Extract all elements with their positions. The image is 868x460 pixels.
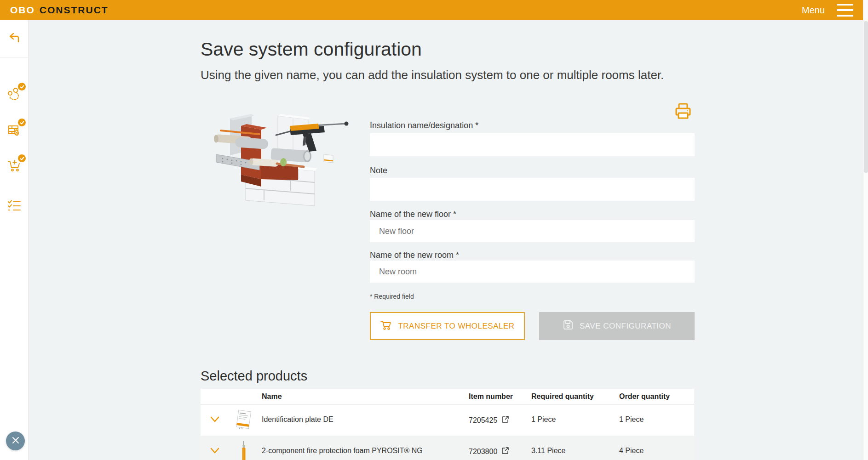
checklist-icon bbox=[7, 200, 21, 212]
menu-label[interactable]: Menu bbox=[802, 5, 825, 16]
sidebar-item-route[interactable] bbox=[0, 83, 29, 105]
room-name-input[interactable] bbox=[370, 261, 695, 283]
sidebar-item-cart[interactable] bbox=[0, 154, 29, 176]
product-thumbnail-identification-plate bbox=[234, 409, 254, 431]
back-arrow-icon bbox=[7, 31, 22, 46]
print-button[interactable] bbox=[674, 102, 692, 120]
sidebar-item-fire-protection[interactable] bbox=[0, 119, 29, 141]
selected-products-heading: Selected products bbox=[201, 369, 307, 384]
sidebar-item-back[interactable] bbox=[0, 28, 29, 50]
table-row: Identification plate DE 7205425 1 Piece … bbox=[201, 404, 694, 436]
product-thumbnail-cartridge bbox=[234, 440, 254, 460]
insulation-name-input[interactable] bbox=[370, 133, 695, 156]
note-input[interactable] bbox=[370, 178, 695, 201]
obo-construct-logo[interactable]: OBOCONSTRUCT bbox=[10, 5, 109, 16]
expand-row-chevron-icon[interactable] bbox=[209, 446, 221, 456]
scrollbar-thumb[interactable] bbox=[864, 21, 868, 173]
logo-obo: OBO bbox=[10, 5, 35, 15]
printer-icon bbox=[674, 114, 692, 122]
save-configuration-button[interactable]: SAVE CONFIGURATION bbox=[539, 312, 695, 340]
product-item-number: 7205425 bbox=[469, 416, 497, 425]
floor-name-label: Name of the new floor * bbox=[370, 210, 456, 219]
save-icon bbox=[563, 319, 574, 333]
sidebar-divider bbox=[0, 57, 29, 57]
column-header-name: Name bbox=[262, 392, 282, 401]
close-icon bbox=[11, 436, 20, 446]
product-required-quantity: 1 Piece bbox=[531, 415, 556, 424]
table-row: 2-component fire protection foam PYROSIT… bbox=[201, 436, 694, 460]
external-link-icon[interactable] bbox=[501, 415, 509, 425]
scrollbar-track[interactable] bbox=[863, 0, 868, 460]
product-order-quantity: 1 Piece bbox=[619, 415, 644, 424]
system-illustration bbox=[208, 110, 351, 211]
page-title: Save system configuration bbox=[201, 39, 422, 60]
transfer-to-wholesaler-button[interactable]: TRANSFER TO WHOLESALER bbox=[370, 312, 525, 340]
column-header-item-number: Item number bbox=[469, 392, 513, 401]
sidebar-item-summary[interactable] bbox=[0, 195, 29, 217]
room-name-label: Name of the new room * bbox=[370, 250, 459, 260]
expand-row-chevron-icon[interactable] bbox=[209, 415, 221, 425]
hamburger-menu-icon[interactable] bbox=[837, 4, 853, 17]
app-header: OBOCONSTRUCT Menu bbox=[0, 0, 868, 20]
page-subtitle: Using the given name, you can add the in… bbox=[201, 68, 664, 82]
check-badge bbox=[18, 154, 26, 162]
transfer-button-label: TRANSFER TO WHOLESALER bbox=[398, 322, 514, 331]
cart-add-icon bbox=[7, 158, 22, 173]
product-item-number: 7203800 bbox=[469, 448, 497, 456]
product-order-quantity: 4 Piece bbox=[619, 447, 644, 455]
route-icon bbox=[7, 86, 22, 101]
logo-construct: CONSTRUCT bbox=[40, 5, 109, 15]
check-badge bbox=[18, 119, 26, 126]
column-header-required-quantity: Required quantity bbox=[531, 392, 594, 401]
close-button[interactable] bbox=[6, 432, 25, 450]
cart-icon bbox=[380, 319, 392, 333]
firewall-icon bbox=[7, 122, 22, 137]
product-required-quantity: 3.11 Piece bbox=[531, 447, 565, 455]
column-header-order-quantity: Order quantity bbox=[619, 392, 670, 401]
external-link-icon[interactable] bbox=[501, 447, 509, 456]
floor-name-input[interactable] bbox=[370, 220, 695, 242]
save-button-label: SAVE CONFIGURATION bbox=[580, 322, 671, 331]
note-label: Note bbox=[370, 166, 387, 176]
sidebar bbox=[0, 20, 29, 460]
product-name: 2-component fire protection foam PYROSIT… bbox=[262, 447, 423, 455]
selected-products-table: Name Item number Required quantity Order… bbox=[201, 389, 694, 460]
check-badge bbox=[18, 83, 26, 91]
required-field-note: * Required field bbox=[370, 293, 414, 300]
insulation-name-label: Insulation name/designation * bbox=[370, 121, 478, 131]
product-name: Identification plate DE bbox=[262, 415, 333, 424]
table-header-row: Name Item number Required quantity Order… bbox=[201, 389, 694, 404]
